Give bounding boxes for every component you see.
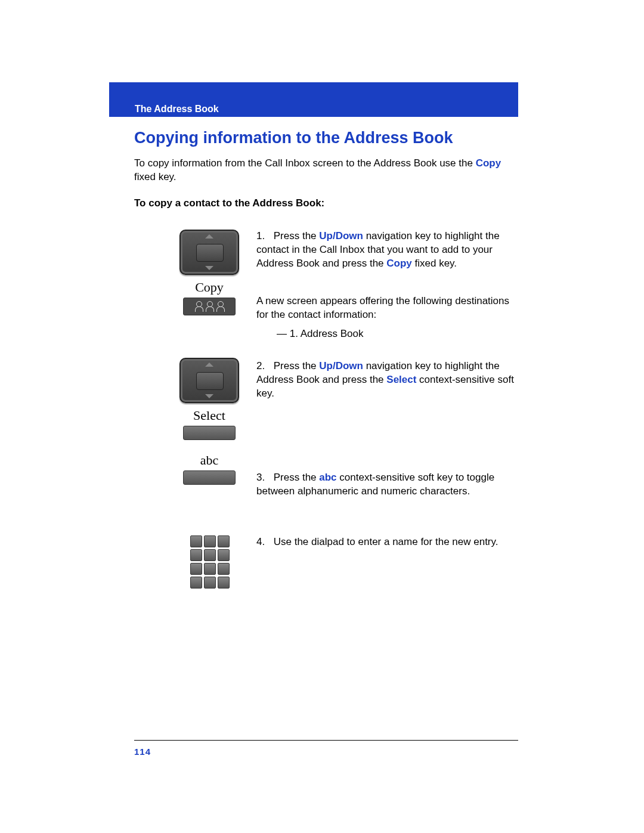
step2-kw2: Select [386,374,416,385]
step1-kw2: Copy [386,258,412,269]
step1-followup: A new screen appears offering the follow… [256,295,519,322]
step3-number: 3. [256,471,271,485]
step2-kw1: Up/Down [319,360,363,371]
dialpad-icon [190,535,228,589]
step2-icons: Select [171,358,248,440]
step1-number: 1. [256,230,271,243]
intro-paragraph: To copy information from the Call Inbox … [134,157,516,184]
step3-kw1: abc [319,472,336,483]
intro-text-pre: To copy information from the Call Inbox … [134,157,476,169]
step1-text-c: fixed key. [412,258,457,269]
copy-label: Copy [171,280,248,295]
step1-text-a: Press the [274,230,320,241]
page-title: Copying information to the Address Book [134,129,453,147]
nav-key-icon [179,230,239,275]
procedure-heading: To copy a contact to the Address Book: [134,197,324,209]
step4-number: 4. [256,535,271,549]
step2-text-a: Press the [274,360,320,371]
step1-text: 1. Press the Up/Down navigation key to h… [256,230,519,271]
step3-icons: abc [171,453,248,485]
section-title: The Address Book [135,104,219,114]
step4-icons [171,535,248,589]
step2-number: 2. [256,360,271,373]
footer-rule [134,740,518,741]
step1-icons: Copy [171,230,248,315]
step1-bullet: — 1. Address Book [277,327,519,341]
select-label: Select [171,408,248,423]
step2-text: 2. Press the Up/Down navigation key to h… [256,360,519,401]
document-page: The Address Book Copying information to … [0,0,644,833]
page-number: 114 [134,747,151,757]
step4-text: 4. Use the dialpad to enter a name for t… [256,535,519,549]
step1-kw1: Up/Down [319,230,363,241]
intro-text-post: fixed key. [134,171,177,182]
contacts-icon [183,298,236,315]
step3-text: 3. Press the abc context-sensitive soft … [256,471,519,498]
abc-label: abc [171,453,248,468]
intro-keyword: Copy [476,157,501,169]
nav-key-icon [179,358,239,403]
step4-text-a: Use the dialpad to enter a name for the … [274,536,499,547]
softkey-icon [183,470,236,485]
softkey-icon [183,426,236,440]
step3-text-a: Press the [274,472,320,483]
